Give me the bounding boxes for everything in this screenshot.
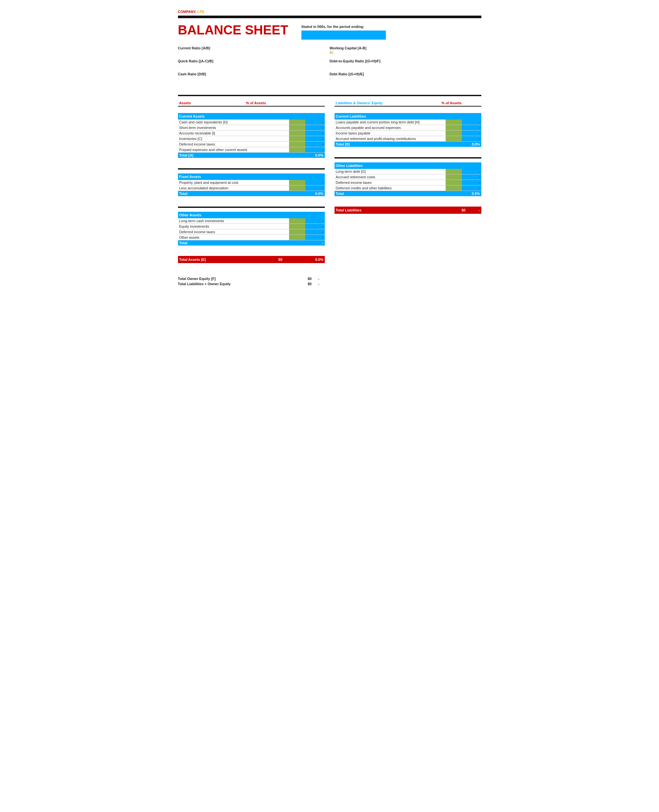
fixed-assets-divider [178, 168, 325, 170]
ratio-debt-value: - [330, 77, 481, 80]
oa-row3-pct: - [305, 229, 325, 235]
ca-total-pct: 0.0% [305, 153, 325, 158]
period-input[interactable] [301, 30, 386, 39]
ca-row5-pct: - [305, 142, 325, 147]
oa-total-label: Total [178, 240, 289, 246]
oa-row2-value[interactable] [289, 224, 305, 229]
ca-row2-value[interactable] [289, 125, 305, 131]
total-assets-label: Total Assets [E] [178, 256, 270, 263]
liabilities-col-header: Liabilities & Owners' Equity [334, 100, 424, 106]
company-name: COMPANY, [178, 10, 197, 14]
ol-row4-pct: - [462, 186, 481, 191]
table-row: Accounts receivable [I] - [178, 131, 325, 136]
current-assets-table: Current Assets Cash and cash equivalents… [178, 113, 325, 158]
title-row: BALANCE SHEET Stated in 000s, for the pe… [178, 24, 481, 39]
total-liabilities-owner-dash: - [318, 282, 325, 286]
fa-row1-value[interactable] [289, 180, 305, 186]
ca-row4-value[interactable] [289, 136, 305, 142]
ca-row6-value[interactable] [289, 147, 305, 153]
cl-row4-value[interactable] [446, 136, 462, 142]
owner-equity-line: Total Owner Equity [F] $0 - [178, 277, 325, 281]
total-liabilities-row: Total Liabilities $0 - [334, 207, 481, 214]
ca-total-label: Total [A] [178, 153, 289, 158]
total-assets-pct: 0.0% [291, 256, 325, 263]
ol-total-value [446, 191, 462, 197]
oa-row1-pct: - [305, 218, 325, 224]
ol-row2-label: Accrued retirement costs [334, 174, 446, 180]
cl-row3-pct: - [462, 131, 481, 136]
fixed-assets-label: Fixed Assets [178, 173, 289, 180]
current-liabilities-table: Current Liabilities Loans payable and cu… [334, 113, 481, 147]
oa-row3-label: Deferred income taxes [178, 229, 289, 235]
ca-row2-pct: - [305, 125, 325, 131]
oa-row3-value[interactable] [289, 229, 305, 235]
total-liabilities-value: $0 [442, 207, 467, 214]
ol-row1-value[interactable] [446, 169, 462, 174]
oa-total-pct: - [305, 240, 325, 246]
table-row: Loans payable and current portion long-t… [334, 120, 481, 125]
ol-row3-pct: - [462, 180, 481, 186]
fixed-assets-total-row: Total 0.0% [178, 191, 325, 197]
oa-row4-value[interactable] [289, 235, 305, 240]
cl-row2-value[interactable] [446, 125, 462, 131]
ratio-current-value: - [178, 50, 330, 55]
cl-row1-value[interactable] [446, 120, 462, 125]
ca-row6-label: Prepaid expenses and other current asset… [178, 147, 289, 153]
ol-row3-value[interactable] [446, 180, 462, 186]
company-header: COMPANY, LTD [178, 10, 481, 14]
ratio-cash-value: - [178, 77, 330, 80]
ratio-wc-value: $0 [330, 50, 481, 55]
total-liabilities-label: Total Liabilities [334, 207, 442, 214]
top-bar [178, 16, 481, 18]
ol-row4-value[interactable] [446, 186, 462, 191]
assets-col-headers: Assets % of Assets [178, 100, 325, 107]
ca-row4-label: Inventories [C] [178, 136, 289, 142]
ratio-quick: Quick Ratio [(A-C)/B] - [178, 59, 330, 68]
ca-row5-value[interactable] [289, 142, 305, 147]
fa-row2-label: Less accumulated depreciation [178, 186, 289, 191]
company-ltd: LTD [197, 10, 204, 14]
ratios-section: Current Ratio [A/B] - Quick Ratio [(A-C)… [178, 46, 481, 85]
ol-row2-value[interactable] [446, 174, 462, 180]
right-column: Current Liabilities Loans payable and cu… [334, 113, 481, 287]
other-liabilities-divider [334, 157, 481, 159]
ca-row1-label: Cash and cash equivalents [D] [178, 120, 289, 125]
table-row: Accrued retirement costs - [334, 174, 481, 180]
ca-row4-pct: - [305, 136, 325, 142]
cl-row1-label: Loans payable and current portion long-t… [334, 120, 446, 125]
ratio-cash: Cash Ratio [D/B] - [178, 72, 330, 80]
table-row: Prepaid expenses and other current asset… [178, 147, 325, 153]
other-assets-header: Other Assets [178, 212, 325, 218]
ratio-current-label: Current Ratio [A/B] [178, 46, 330, 50]
table-row: Accounts payable and accrued expenses - [334, 125, 481, 131]
other-liabilities-table: Other Liabilities Long-term debt [G] - A… [334, 162, 481, 196]
other-liabilities-header: Other Liabilities [334, 162, 481, 169]
table-row: Long-term debt [G] - [334, 169, 481, 174]
total-assets-table: Total Assets [E] $0 0.0% [178, 256, 325, 263]
total-liabilities-owner-value: $0 [299, 282, 312, 286]
ol-row3-label: Deferred income taxes [334, 180, 446, 186]
table-row: Inventories [C] - [178, 136, 325, 142]
cl-total-value [446, 142, 462, 147]
other-assets-label: Other Assets [178, 212, 289, 218]
main-content: Current Assets Cash and cash equivalents… [178, 113, 481, 287]
ca-row3-pct: - [305, 131, 325, 136]
oa-row1-value[interactable] [289, 218, 305, 224]
ratios-left: Current Ratio [A/B] - Quick Ratio [(A-C)… [178, 46, 330, 85]
liabilities-col-headers: Liabilities & Owners' Equity % of Assets [334, 100, 481, 107]
ratio-wc-label: Working Capital [A-B] [330, 46, 481, 50]
ratio-current: Current Ratio [A/B] - [178, 46, 330, 55]
cl-row3-value[interactable] [446, 131, 462, 136]
table-row: Deferred income taxes - [178, 142, 325, 147]
fa-total-value [289, 191, 305, 197]
table-row: Property, plant and equipment at cost - [178, 180, 325, 186]
ca-row3-value[interactable] [289, 131, 305, 136]
oa-row2-label: Equity investments [178, 224, 289, 229]
fa-row2-value[interactable] [289, 186, 305, 191]
liabilities-pct-header: % of Assets [440, 100, 481, 106]
ratios-right: Working Capital [A-B] $0 Debt-to-Equity … [330, 46, 481, 85]
table-row: Other assets - [178, 235, 325, 240]
oa-total-value [289, 240, 305, 246]
ca-row1-value[interactable] [289, 120, 305, 125]
ca-row6-pct: - [305, 147, 325, 153]
